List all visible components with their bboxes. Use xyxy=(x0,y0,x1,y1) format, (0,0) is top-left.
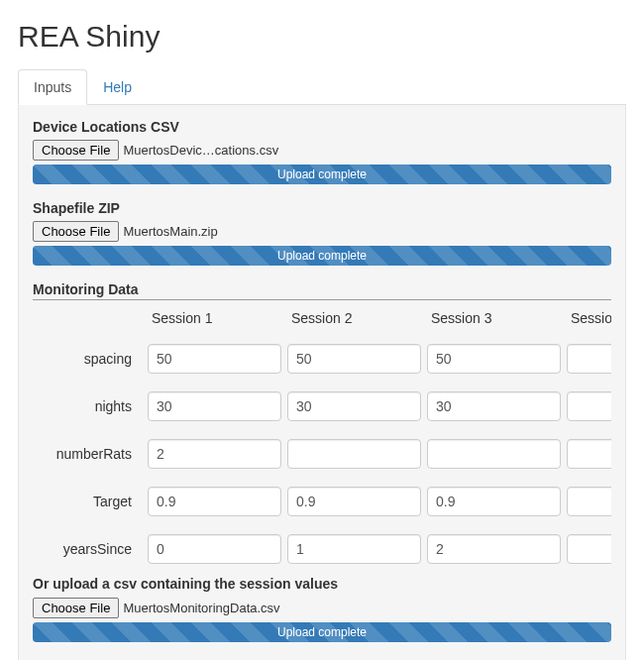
row-label-spacing: spacing xyxy=(33,351,142,367)
nights-session-2[interactable] xyxy=(287,391,421,421)
session-2-header: Session 2 xyxy=(287,310,421,326)
row-label-target: Target xyxy=(33,494,142,509)
tab-bar: Inputs Help xyxy=(18,69,626,105)
spacing-session-4[interactable] xyxy=(567,344,611,374)
monitoring-csv-file-input: Choose File MuertosMonitoringData.csv xyxy=(33,598,611,618)
numberrats-session-2[interactable] xyxy=(287,439,421,469)
shapefile-zip-progress-bar: Upload complete xyxy=(33,246,611,266)
target-session-4[interactable] xyxy=(567,487,611,516)
shapefile-zip-choose-button[interactable]: Choose File xyxy=(33,221,119,242)
yearssince-session-4[interactable] xyxy=(567,534,611,564)
shapefile-zip-filename: MuertosMain.zip xyxy=(123,224,217,239)
numberrats-session-1[interactable] xyxy=(148,439,281,469)
monitoring-csv-progress: Upload complete xyxy=(33,622,611,642)
monitoring-grid-scroll[interactable]: Session 1 Session 2 Session 3 Session 4 … xyxy=(33,310,611,572)
row-label-nights: nights xyxy=(33,398,142,414)
monitoring-header: Monitoring Data xyxy=(33,281,611,300)
spacing-session-1[interactable] xyxy=(148,344,281,374)
inputs-panel: Device Locations CSV Choose File Muertos… xyxy=(18,105,626,660)
session-3-header: Session 3 xyxy=(427,310,561,326)
shapefile-zip-file-input: Choose File MuertosMain.zip xyxy=(33,221,611,242)
device-csv-choose-button[interactable]: Choose File xyxy=(33,140,119,161)
nights-session-4[interactable] xyxy=(567,391,611,421)
session-1-header: Session 1 xyxy=(148,310,281,326)
monitoring-csv-progress-bar: Upload complete xyxy=(33,622,611,642)
target-session-2[interactable] xyxy=(287,487,421,516)
tab-help[interactable]: Help xyxy=(87,69,148,105)
yearssince-session-2[interactable] xyxy=(287,534,421,564)
shapefile-zip-progress: Upload complete xyxy=(33,246,611,266)
yearssince-session-1[interactable] xyxy=(148,534,281,564)
nights-session-1[interactable] xyxy=(148,391,281,421)
target-session-1[interactable] xyxy=(148,487,281,516)
nights-session-3[interactable] xyxy=(427,391,561,421)
device-csv-filename: MuertosDevic…cations.csv xyxy=(123,143,278,158)
monitoring-or-upload-label: Or upload a csv containing the session v… xyxy=(33,576,611,592)
row-label-yearssince: yearsSince xyxy=(33,541,142,557)
device-csv-progress: Upload complete xyxy=(33,165,611,184)
tab-inputs[interactable]: Inputs xyxy=(18,69,87,105)
device-csv-progress-bar: Upload complete xyxy=(33,165,611,184)
monitoring-csv-choose-button[interactable]: Choose File xyxy=(33,598,119,618)
numberrats-session-4[interactable] xyxy=(567,439,611,469)
row-label-numberrats: numberRats xyxy=(33,446,142,462)
spacing-session-2[interactable] xyxy=(287,344,421,374)
yearssince-session-3[interactable] xyxy=(427,534,561,564)
numberrats-session-3[interactable] xyxy=(427,439,561,469)
spacing-session-3[interactable] xyxy=(427,344,561,374)
page-title: REA Shiny xyxy=(18,20,626,54)
device-csv-file-input: Choose File MuertosDevic…cations.csv xyxy=(33,140,611,161)
device-csv-label: Device Locations CSV xyxy=(33,119,611,135)
monitoring-csv-filename: MuertosMonitoringData.csv xyxy=(123,601,279,615)
session-4-header: Session 4 xyxy=(567,310,611,326)
target-session-3[interactable] xyxy=(427,487,561,516)
monitoring-grid: Session 1 Session 2 Session 3 Session 4 … xyxy=(33,310,611,564)
shapefile-zip-label: Shapefile ZIP xyxy=(33,200,611,216)
